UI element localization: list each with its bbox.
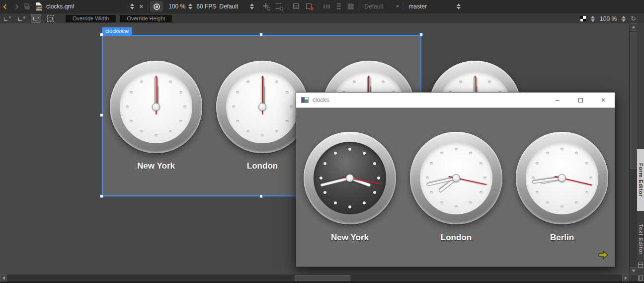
fps-profile-spinner[interactable]: [250, 3, 254, 9]
close-button[interactable]: ×: [592, 93, 615, 107]
reset-view-icon[interactable]: [306, 2, 314, 10]
canvas-zoom-spinner-left[interactable]: [591, 16, 595, 22]
hour-marker-dot: [363, 152, 366, 155]
clock-london: [410, 132, 502, 224]
resize-handle[interactable]: [100, 33, 103, 36]
selection-label[interactable]: clockview: [102, 27, 132, 35]
snap-anchors-button[interactable]: a: [16, 14, 27, 23]
bounding-rect-icon[interactable]: [293, 2, 301, 10]
minimize-button[interactable]: –: [546, 93, 569, 107]
hour-marker-dot: [348, 148, 351, 151]
hour-marker-dot: [426, 177, 429, 180]
close-document-icon[interactable]: ×: [139, 3, 143, 10]
hour-marker-dot: [382, 81, 385, 84]
fps-profile-value: Default: [219, 3, 238, 10]
editor-mode-sidebar: Form Editor Text Editor: [637, 23, 644, 282]
hour-marker-dot: [275, 81, 278, 84]
scroll-down-button[interactable]: [630, 267, 638, 275]
reset-zoom-icon[interactable]: ↺: [631, 15, 636, 22]
horizontal-scrollbar[interactable]: [0, 275, 629, 282]
hour-marker-dot: [546, 201, 549, 204]
columns-layout-icon[interactable]: [323, 2, 331, 10]
split-horizontal-icon[interactable]: [638, 263, 643, 268]
branch-selector[interactable]: master: [408, 3, 427, 10]
hour-marker-dot: [377, 177, 380, 180]
clock-new-york[interactable]: [110, 61, 202, 153]
maximize-button[interactable]: [569, 93, 592, 107]
hour-marker-dot: [334, 152, 337, 155]
resize-handle[interactable]: [259, 33, 263, 36]
unlock-icon[interactable]: [25, 6, 30, 9]
next-page-arrow-icon[interactable]: [598, 250, 609, 262]
override-width-button[interactable]: Override Width: [66, 15, 116, 22]
scroll-left-button[interactable]: [0, 275, 7, 282]
hour-marker-dot: [363, 201, 366, 204]
play-icon: [154, 3, 160, 10]
vertical-scrollbar-thumb[interactable]: [630, 32, 637, 169]
fps-value: 60 FPS: [196, 3, 216, 10]
window-titlebar[interactable]: clocks – ×: [296, 93, 615, 108]
forward-icon[interactable]: [14, 4, 19, 9]
show-bounding-rects-button[interactable]: [47, 15, 54, 22]
clock-city-label: London: [216, 161, 309, 171]
vertical-scrollbar[interactable]: [629, 23, 637, 275]
rows-layout-icon[interactable]: [335, 2, 343, 10]
hour-marker-dot: [323, 162, 326, 165]
scrollbar-corner: [629, 275, 637, 282]
clock-center-knob: [258, 103, 266, 111]
qml-file-icon: qml: [36, 2, 42, 10]
hour-marker-dot: [353, 81, 356, 84]
tab-form-editor[interactable]: Form Editor: [637, 149, 644, 211]
hour-marker-dot: [480, 162, 483, 165]
horizontal-scrollbar-thumb[interactable]: [295, 275, 350, 281]
hour-marker-dot: [373, 191, 376, 194]
hour-marker-dot: [179, 91, 182, 94]
style-dropdown-icon[interactable]: [396, 5, 399, 7]
hour-marker-dot: [532, 177, 535, 180]
back-icon[interactable]: [3, 4, 8, 9]
branch-spinner[interactable]: [457, 3, 461, 9]
resize-handle[interactable]: [419, 33, 423, 36]
canvas-toolbar: x a ▪ Override Width Override Height 100…: [0, 13, 644, 23]
grid-layout-icon[interactable]: [347, 2, 355, 10]
style-selector[interactable]: Default: [364, 3, 383, 10]
resize-handle[interactable]: [259, 194, 263, 198]
hour-marker-dot: [488, 81, 491, 84]
hour-marker-dot: [455, 148, 458, 151]
hour-marker-dot: [169, 130, 172, 133]
app-window[interactable]: clocks – × New YorkLondonBerlin: [296, 92, 615, 267]
snap-parent-button[interactable]: ▪: [31, 14, 41, 23]
resize-handle[interactable]: [100, 194, 103, 198]
hour-marker-dot: [286, 91, 289, 94]
run-preview-button[interactable]: [151, 1, 162, 11]
split-vertical-icon[interactable]: [638, 276, 643, 281]
hour-marker-dot: [469, 201, 472, 204]
tab-text-editor[interactable]: Text Editor: [637, 216, 644, 262]
canvas-zoom-spinner-right[interactable]: [622, 16, 626, 22]
clock-center-knob: [346, 174, 354, 182]
scroll-right-button[interactable]: [622, 275, 629, 282]
resize-handle[interactable]: [100, 113, 103, 117]
no-snapping-button[interactable]: x: [2, 14, 12, 23]
hour-marker-dot: [130, 120, 133, 123]
hour-marker-dot: [585, 162, 588, 165]
hour-marker-dot: [440, 152, 443, 155]
override-height-button[interactable]: Override Height: [120, 15, 172, 22]
frame-timeline-icon[interactable]: [275, 2, 283, 10]
preview-zoom-spinner[interactable]: [188, 3, 192, 9]
hour-marker-dot: [183, 105, 186, 108]
hour-marker-dot: [246, 130, 249, 133]
clock-london[interactable]: [216, 61, 309, 153]
move-timeline-icon[interactable]: [262, 2, 270, 10]
canvas-zoom-value: 100 %: [600, 15, 617, 22]
clock-berlin: [516, 132, 608, 224]
clock-center-knob: [558, 174, 566, 182]
form-editor-canvas[interactable]: New YorkLondon clockview clocks – × New …: [0, 23, 629, 275]
canvas-background-toggle-icon[interactable]: [580, 16, 586, 21]
hour-marker-dot: [430, 162, 433, 165]
document-selector-spinner[interactable]: [130, 3, 134, 9]
hour-marker-dot: [290, 105, 293, 108]
hour-marker-dot: [155, 134, 158, 137]
hour-marker-dot: [536, 162, 539, 165]
scroll-up-button[interactable]: [630, 23, 638, 31]
